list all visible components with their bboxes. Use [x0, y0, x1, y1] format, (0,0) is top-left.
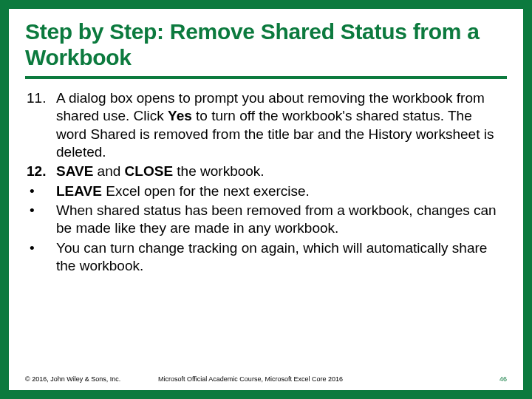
list-item: 11. A dialog box opens to prompt you abo…	[27, 89, 507, 161]
item-marker: 12.	[27, 163, 56, 180]
footer: © 2016, John Wiley & Sons, Inc. Microsof…	[25, 371, 507, 383]
bullet-icon: •	[27, 202, 56, 238]
item-text: LEAVE Excel open for the next exercise.	[56, 183, 507, 200]
list-item: • You can turn change tracking on again,…	[27, 239, 507, 276]
list-item: 12. SAVE and CLOSE the workbook.	[27, 163, 507, 180]
slide-container: Step by Step: Remove Shared Status from …	[0, 0, 532, 399]
item-text: When shared status has been removed from…	[56, 202, 507, 238]
footer-course: Microsoft Official Academic Course, Micr…	[158, 375, 477, 383]
list-item: • LEAVE Excel open for the next exercise…	[27, 183, 507, 200]
item-text: SAVE and CLOSE the workbook.	[56, 163, 507, 180]
list-item: • When shared status has been removed fr…	[27, 202, 507, 238]
item-marker: 11.	[27, 89, 56, 161]
bullet-icon: •	[27, 239, 56, 276]
content-area: 11. A dialog box opens to prompt you abo…	[25, 89, 507, 371]
footer-page-number: 46	[477, 375, 507, 383]
item-text: A dialog box opens to prompt you about r…	[56, 89, 507, 161]
item-text: You can turn change tracking on again, w…	[56, 239, 507, 276]
footer-copyright: © 2016, John Wiley & Sons, Inc.	[25, 375, 158, 383]
slide-inner: Step by Step: Remove Shared Status from …	[9, 9, 523, 390]
slide-title: Step by Step: Remove Shared Status from …	[25, 19, 507, 79]
bullet-icon: •	[27, 183, 56, 200]
